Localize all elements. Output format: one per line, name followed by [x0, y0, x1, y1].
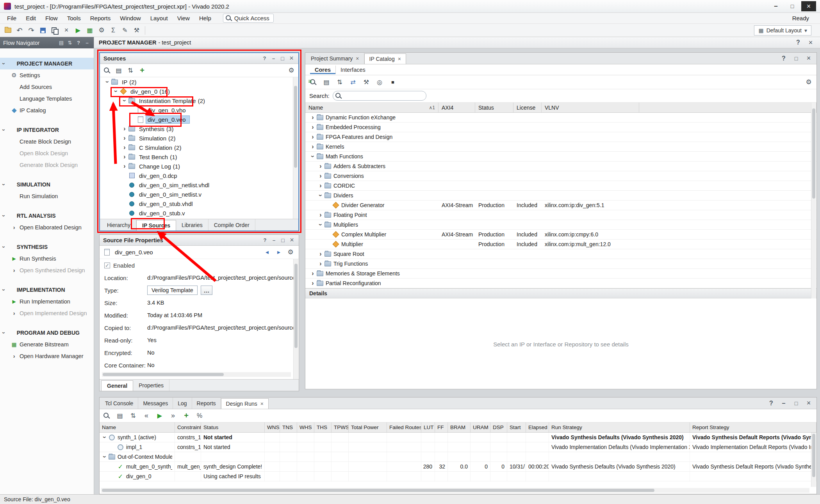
- float-icon[interactable]: [280, 237, 286, 243]
- design-runs-column-header[interactable]: Name: [100, 422, 175, 432]
- run-icon[interactable]: [73, 26, 83, 35]
- catalog-row[interactable]: FPGA Features and Design: [305, 132, 816, 142]
- properties-panel-header[interactable]: Source File Properties: [100, 235, 299, 246]
- float-icon[interactable]: [279, 55, 286, 62]
- sources-settings-icon[interactable]: [287, 66, 296, 75]
- catalog-row[interactable]: Dividers: [305, 191, 816, 201]
- tree-item[interactable]: Change Log(1): [100, 161, 293, 171]
- flow-navigator-entry[interactable]: RTL ANALYSIS: [0, 210, 94, 222]
- tree-item[interactable]: div_gen_0_stub.vhdl: [100, 199, 293, 208]
- help-icon[interactable]: [261, 55, 268, 62]
- design-runs-column-header[interactable]: Constraints: [175, 422, 201, 432]
- help-icon[interactable]: [793, 38, 803, 47]
- design-runs-scrollbar[interactable]: [811, 433, 816, 487]
- design-runs-column-header[interactable]: WNS: [265, 422, 280, 432]
- properties-tab[interactable]: Properties: [133, 380, 169, 391]
- expander-icon[interactable]: [121, 190, 128, 199]
- flow-navigator-entry[interactable]: IP Catalog: [0, 105, 94, 116]
- catalog-row[interactable]: Math Functions: [305, 152, 816, 161]
- design-runs-hscrollbar[interactable]: [101, 488, 809, 493]
- flow-navigator-entry[interactable]: Open Block Design: [0, 147, 94, 159]
- expander-icon[interactable]: [121, 199, 128, 208]
- document-tab[interactable]: IP Catalog: [364, 53, 406, 64]
- design-runs-column-header[interactable]: TPWS: [332, 422, 349, 432]
- design-run-row[interactable]: div_gen_0 Using cached IP results: [100, 472, 816, 481]
- design-runs-column-header[interactable]: URAM: [471, 422, 490, 432]
- tree-item[interactable]: div_gen_0.vho: [100, 105, 293, 115]
- catalog-row[interactable]: Dynamic Function eXchange: [305, 113, 816, 122]
- expander-icon[interactable]: [121, 162, 128, 170]
- help-icon[interactable]: [75, 38, 82, 48]
- expand-all-icon[interactable]: [128, 411, 138, 421]
- delete-icon[interactable]: [62, 26, 71, 35]
- browse-button[interactable]: …: [201, 286, 212, 295]
- tab-close-icon[interactable]: [356, 55, 359, 62]
- expander-icon[interactable]: [317, 172, 324, 180]
- catalog-row[interactable]: Partial Reconfiguration: [305, 279, 816, 288]
- catalog-subtab[interactable]: Cores: [310, 66, 335, 74]
- sources-view-tab[interactable]: Libraries: [176, 219, 209, 231]
- close-icon[interactable]: [806, 38, 815, 47]
- console-tab[interactable]: Design Runs: [221, 398, 269, 409]
- properties-scrollbar[interactable]: [293, 259, 298, 379]
- design-runs-column-header[interactable]: Elapsed: [526, 422, 549, 432]
- tree-item[interactable]: div_gen_0.dcp: [100, 171, 293, 180]
- design-runs-column-header[interactable]: Failed Routes: [387, 422, 421, 432]
- expander-icon[interactable]: [309, 123, 316, 131]
- menu-item[interactable]: Window: [115, 14, 145, 23]
- expander-icon[interactable]: [325, 230, 332, 239]
- tree-item[interactable]: Synthesis(3): [100, 124, 293, 133]
- design-runs-column-header[interactable]: Run Strategy: [549, 422, 690, 432]
- tree-item[interactable]: C Simulation(2): [100, 143, 293, 152]
- design-runs-column-header[interactable]: Total Power: [349, 422, 387, 432]
- edit-icon[interactable]: [120, 26, 130, 35]
- float-icon[interactable]: [791, 54, 801, 63]
- dock-icon[interactable]: [58, 38, 65, 48]
- console-tab[interactable]: Reports: [192, 398, 221, 409]
- console-tab[interactable]: Log: [173, 398, 192, 409]
- previous-object-icon[interactable]: [262, 248, 272, 257]
- expander-icon[interactable]: [309, 279, 316, 287]
- expander-icon[interactable]: [112, 87, 119, 96]
- tree-item[interactable]: div_gen_0_stub.v: [100, 208, 293, 218]
- expander-icon[interactable]: [121, 171, 128, 180]
- design-runs-column-header[interactable]: FF: [435, 422, 448, 432]
- expander-icon[interactable]: [309, 133, 316, 141]
- sources-view-tab[interactable]: IP Sources: [136, 220, 176, 231]
- flow-navigator-entry[interactable]: Create Block Design: [0, 136, 94, 147]
- tab-close-icon[interactable]: [398, 56, 401, 62]
- tree-item[interactable]: div_gen_0_sim_netlist.v: [100, 190, 293, 199]
- flow-navigator-entry[interactable]: Run Synthesis: [0, 253, 94, 264]
- catalog-row[interactable]: Trig Functions: [305, 259, 816, 269]
- enabled-checkbox[interactable]: [104, 263, 110, 268]
- search-icon[interactable]: [102, 66, 112, 75]
- minimize-icon[interactable]: [270, 55, 277, 62]
- report-icon[interactable]: [109, 26, 118, 35]
- help-icon[interactable]: [262, 237, 268, 243]
- sources-view-tab[interactable]: Hierarchy: [102, 219, 136, 231]
- flow-navigator-entry[interactable]: Open Synthesized Design: [0, 264, 94, 276]
- catalog-row[interactable]: Embedded Processing: [305, 122, 816, 132]
- flow-navigator-entry[interactable]: Open Implemented Design: [0, 307, 94, 319]
- properties-settings-icon[interactable]: [286, 248, 295, 257]
- catalog-row[interactable]: Floating Point: [305, 210, 816, 220]
- close-icon[interactable]: [288, 55, 295, 62]
- console-tab[interactable]: Messages: [138, 398, 173, 409]
- details-toggle-icon[interactable]: [388, 78, 398, 87]
- collapse-all-icon[interactable]: [114, 66, 123, 75]
- design-run-row[interactable]: mult_gen_0_synth_1 mult_gen_0 synth_desi…: [100, 462, 816, 472]
- expand-all-icon[interactable]: [126, 66, 135, 75]
- close-icon[interactable]: [804, 399, 813, 408]
- column-header-axi4[interactable]: AXI4: [439, 103, 475, 112]
- catalog-settings-icon[interactable]: [804, 78, 813, 87]
- catalog-row[interactable]: Multipliers: [305, 220, 816, 230]
- flow-navigator-entry[interactable]: SYNTHESIS: [0, 241, 94, 253]
- document-tab[interactable]: Project Summary: [306, 53, 364, 64]
- flow-navigator-entry[interactable]: Generate Block Design: [0, 159, 94, 171]
- design-runs-column-header[interactable]: Start: [507, 422, 526, 432]
- catalog-scrollbar[interactable]: [811, 103, 816, 298]
- window-minimize-button[interactable]: [768, 1, 783, 11]
- customize-icon[interactable]: [362, 78, 371, 87]
- expander-icon[interactable]: [101, 433, 108, 442]
- flow-navigator-entry[interactable]: Open Hardware Manager: [0, 350, 94, 362]
